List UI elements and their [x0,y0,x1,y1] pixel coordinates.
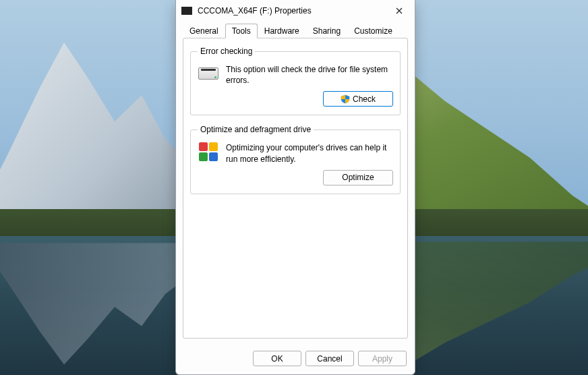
optimize-button-label: Optimize [342,173,374,182]
optimize-group: Optimize and defragment drive Optimizing… [190,125,401,194]
close-icon [396,7,403,14]
tab-hardware[interactable]: Hardware [258,24,306,38]
check-button[interactable]: Check [323,91,393,107]
optimize-description: Optimizing your computer's drives can he… [226,142,393,164]
error-checking-legend: Error checking [198,47,255,56]
properties-dialog: CCCOMA_X64F (F:) Properties General Tool… [175,0,415,375]
drive-icon [198,64,219,83]
tab-page-tools: Error checking This option will check th… [183,38,408,339]
optimize-button[interactable]: Optimize [323,170,393,185]
close-button[interactable] [389,1,409,20]
optimize-legend: Optimize and defragment drive [198,125,314,134]
dialog-footer: OK Cancel Apply [176,344,415,374]
titlebar[interactable]: CCCOMA_X64F (F:) Properties [176,0,415,22]
error-checking-description: This option will check the drive for fil… [226,64,393,86]
check-button-label: Check [353,94,376,104]
tab-general[interactable]: General [183,24,225,38]
system-menu-icon [181,7,192,15]
tab-tools[interactable]: Tools [225,24,258,38]
window-title: CCCOMA_X64F (F:) Properties [198,6,389,16]
tab-customize[interactable]: Customize [347,24,399,38]
tab-sharing[interactable]: Sharing [306,24,347,38]
ok-button[interactable]: OK [253,351,301,366]
error-checking-group: Error checking This option will check th… [190,47,401,115]
tab-strip: General Tools Hardware Sharing Customize [176,23,415,38]
defrag-icon [198,142,219,161]
apply-button[interactable]: Apply [358,351,407,366]
cancel-button[interactable]: Cancel [305,351,354,366]
uac-shield-icon [341,94,350,104]
